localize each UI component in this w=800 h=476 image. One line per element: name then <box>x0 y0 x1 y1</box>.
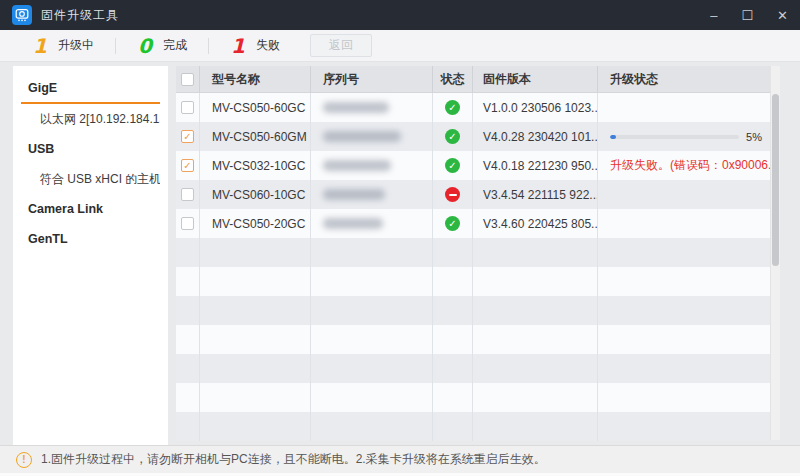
header-status: 状态 <box>433 66 473 92</box>
header-firmware: 固件版本 <box>473 66 598 92</box>
serial-redacted <box>323 160 391 171</box>
status-ok-icon: ✓ <box>445 129 460 144</box>
serial-cell <box>311 180 433 209</box>
upgrading-label: 升级中 <box>58 37 94 54</box>
status-ok-icon: ✓ <box>445 158 460 173</box>
checkbox-cell <box>176 180 200 209</box>
serial-cell <box>311 122 433 151</box>
table-body: MV-CS050-60GC✓V1.0.0 230506 1023...✓MV-C… <box>176 93 770 441</box>
upgrade-status-cell <box>598 93 770 122</box>
status-cell <box>433 180 473 209</box>
status-cell: ✓ <box>433 209 473 238</box>
upgrading-count: 1 <box>32 36 48 56</box>
status-ok-icon: ✓ <box>445 216 460 231</box>
table-row-empty <box>176 383 770 412</box>
firmware-version: V3.4.54 221115 922... <box>473 180 598 209</box>
serial-redacted <box>323 131 401 142</box>
camera-glyph <box>14 7 30 23</box>
row-checkbox[interactable]: ✓ <box>181 130 194 143</box>
serial-redacted <box>323 102 389 113</box>
status-ok-icon: ✓ <box>445 100 460 115</box>
table-header: 型号名称 序列号 状态 固件版本 升级状态 <box>176 66 770 93</box>
sidebar-item-ethernet2[interactable]: 以太网 2[10.192.184.13] <box>21 104 160 134</box>
sidebar-item-usb-xhci[interactable]: 符合 USB xHCI 的主机控... <box>21 164 160 194</box>
scrollbar-thumb[interactable] <box>772 94 779 266</box>
header-checkbox-cell <box>176 66 200 92</box>
model-name: MV-CS050-60GM <box>200 122 311 151</box>
serial-redacted <box>323 218 383 229</box>
firmware-version: V1.0.0 230506 1023... <box>473 93 598 122</box>
status-error-icon <box>445 187 460 202</box>
status-cell: ✓ <box>433 151 473 180</box>
footer: ! 1.固件升级过程中，请勿断开相机与PC连接，且不能断电。2.采集卡升级将在系… <box>0 445 800 476</box>
failed-count: 1 <box>230 36 246 56</box>
firmware-version: V4.0.18 221230 950... <box>473 151 598 180</box>
sidebar-item-camera-link[interactable]: Camera Link <box>21 194 160 224</box>
divider <box>115 38 116 54</box>
progress-track <box>610 135 739 139</box>
checkbox-cell <box>176 93 200 122</box>
firmware-version: V3.4.60 220425 805... <box>473 209 598 238</box>
minus-glyph <box>449 194 457 196</box>
row-checkbox[interactable] <box>181 101 194 114</box>
titlebar: 固件升级工具 – ☐ ✕ <box>0 0 800 30</box>
header-serial: 序列号 <box>311 66 433 92</box>
upgrade-status-cell: 升级失败。(错误码：0x90006... <box>598 151 770 180</box>
serial-cell <box>311 93 433 122</box>
main-content: GigE 以太网 2[10.192.184.13] USB 符合 USB xHC… <box>0 62 800 445</box>
checkbox-cell: ✓ <box>176 122 200 151</box>
maximize-button[interactable]: ☐ <box>741 9 753 22</box>
window-title: 固件升级工具 <box>41 7 119 24</box>
checkbox-cell <box>176 209 200 238</box>
row-checkbox[interactable] <box>181 188 194 201</box>
upgrade-status-cell <box>598 180 770 209</box>
table-row[interactable]: MV-CS060-10GCV3.4.54 221115 922... <box>176 180 770 209</box>
status-cell: ✓ <box>433 93 473 122</box>
table-row-empty <box>176 267 770 296</box>
checkbox-cell: ✓ <box>176 151 200 180</box>
divider <box>208 38 209 54</box>
firmware-version: V4.0.28 230420 101... <box>473 122 598 151</box>
table-row-empty <box>176 238 770 267</box>
model-name: MV-CS032-10GC <box>200 151 311 180</box>
table-scrollbar[interactable] <box>770 66 780 440</box>
header-upgrade: 升级状态 <box>598 66 770 92</box>
table-row-empty <box>176 412 770 441</box>
upgrade-progress-bar: 5% <box>610 131 762 143</box>
table-row-empty <box>176 296 770 325</box>
toolbar: 1 升级中 0 完成 1 失败 返回 <box>0 30 800 62</box>
minimize-button[interactable]: – <box>710 9 717 22</box>
table-row[interactable]: ✓MV-CS032-10GC✓V4.0.18 221230 950...升级失败… <box>176 151 770 180</box>
table-row-empty <box>176 354 770 383</box>
close-button[interactable]: ✕ <box>777 9 788 22</box>
warning-icon: ! <box>16 452 32 468</box>
sidebar-item-gige[interactable]: GigE <box>21 74 160 104</box>
sidebar-item-usb[interactable]: USB <box>21 134 160 164</box>
failed-label: 失败 <box>256 37 280 54</box>
upgrade-status-cell: 5% <box>598 122 770 151</box>
table-row-empty <box>176 325 770 354</box>
row-checkbox[interactable] <box>181 217 194 230</box>
model-name: MV-CS050-60GC <box>200 93 311 122</box>
select-all-checkbox[interactable] <box>181 73 194 86</box>
app-icon <box>12 5 32 25</box>
progress-fill <box>610 135 616 139</box>
table-row[interactable]: ✓MV-CS050-60GM✓V4.0.28 230420 101...5% <box>176 122 770 151</box>
back-button[interactable]: 返回 <box>310 34 372 57</box>
header-model: 型号名称 <box>200 66 311 92</box>
footer-notice: 1.固件升级过程中，请勿断开相机与PC连接，且不能断电。2.采集卡升级将在系统重… <box>41 451 546 468</box>
upgrade-status-cell <box>598 209 770 238</box>
serial-cell <box>311 209 433 238</box>
table-row[interactable]: MV-CS050-60GC✓V1.0.0 230506 1023... <box>176 93 770 122</box>
done-count: 0 <box>137 36 153 56</box>
model-name: MV-CS060-10GC <box>200 180 311 209</box>
sidebar: GigE 以太网 2[10.192.184.13] USB 符合 USB xHC… <box>13 66 168 445</box>
done-label: 完成 <box>163 37 187 54</box>
sidebar-item-gentl[interactable]: GenTL <box>21 224 160 254</box>
row-checkbox[interactable]: ✓ <box>181 159 194 172</box>
status-cell: ✓ <box>433 122 473 151</box>
serial-redacted <box>323 189 385 200</box>
model-name: MV-CS050-20GC <box>200 209 311 238</box>
table-row[interactable]: MV-CS050-20GC✓V3.4.60 220425 805... <box>176 209 770 238</box>
upgrade-error-text: 升级失败。(错误码：0x90006... <box>610 157 770 174</box>
